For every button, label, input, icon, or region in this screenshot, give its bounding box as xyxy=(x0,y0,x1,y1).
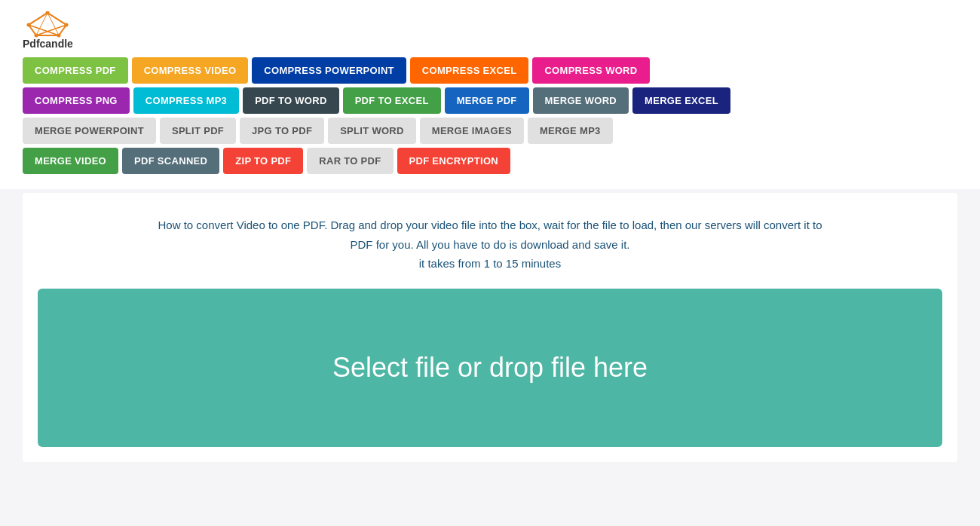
main-content: How to convert Video to one PDF. Drag an… xyxy=(23,193,957,462)
nav-button[interactable]: PDF TO WORD xyxy=(243,87,339,114)
nav-button[interactable]: COMPRESS MP3 xyxy=(133,87,239,114)
svg-point-10 xyxy=(35,34,38,38)
description-line2: PDF for you. All you have to do is downl… xyxy=(38,235,942,255)
header: Pdfcandle xyxy=(0,0,980,57)
nav-button[interactable]: MERGE MP3 xyxy=(528,118,613,144)
nav-button[interactable]: COMPRESS PDF xyxy=(23,57,128,84)
nav-button[interactable]: COMPRESS EXCEL xyxy=(410,57,529,84)
drop-zone-text: Select file or drop file here xyxy=(332,352,648,384)
drop-zone[interactable]: Select file or drop file here xyxy=(38,289,942,447)
nav-button[interactable]: COMPRESS PNG xyxy=(23,87,130,114)
nav-button[interactable]: COMPRESS POWERPOINT xyxy=(252,57,406,84)
nav-row-4: MERGE VIDEOPDF SCANNEDZIP TO PDFRAR TO P… xyxy=(23,148,957,174)
nav-button[interactable]: SPLIT PDF xyxy=(160,118,236,144)
nav-button[interactable]: MERGE PDF xyxy=(445,87,529,114)
nav-button[interactable]: PDF ENCRYPTION xyxy=(397,148,511,174)
description-line1: How to convert Video to one PDF. Drag an… xyxy=(38,216,942,235)
nav-button[interactable]: MERGE POWERPOINT xyxy=(23,118,156,144)
nav-button[interactable]: MERGE IMAGES xyxy=(420,118,524,144)
svg-point-8 xyxy=(65,23,69,27)
logo-text: Pdfcandle xyxy=(23,38,73,50)
nav-button[interactable]: ZIP TO PDF xyxy=(223,148,303,174)
nav-button[interactable]: RAR TO PDF xyxy=(307,148,393,174)
nav-button[interactable]: JPG TO PDF xyxy=(240,118,324,144)
nav-button[interactable]: SPLIT WORD xyxy=(328,118,416,144)
description-line3: it takes from 1 to 15 minutes xyxy=(38,254,942,274)
logo-icon xyxy=(25,11,70,38)
nav-button[interactable]: MERGE VIDEO xyxy=(23,148,118,174)
nav-button[interactable]: PDF SCANNED xyxy=(122,148,219,174)
nav-row-1: COMPRESS PDFCOMPRESS VIDEOCOMPRESS POWER… xyxy=(23,57,957,84)
svg-point-9 xyxy=(27,23,31,27)
nav-button[interactable]: COMPRESS VIDEO xyxy=(132,57,249,84)
nav-button[interactable]: MERGE WORD xyxy=(533,87,629,114)
nav-area: COMPRESS PDFCOMPRESS VIDEOCOMPRESS POWER… xyxy=(0,57,980,189)
nav-row-3: MERGE POWERPOINTSPLIT PDFJPG TO PDFSPLIT… xyxy=(23,118,957,144)
logo[interactable]: Pdfcandle xyxy=(23,11,73,50)
nav-button[interactable]: MERGE EXCEL xyxy=(632,87,730,114)
nav-row-2: COMPRESS PNGCOMPRESS MP3PDF TO WORDPDF T… xyxy=(23,87,957,114)
svg-point-11 xyxy=(57,34,61,38)
nav-button[interactable]: PDF TO EXCEL xyxy=(343,87,441,114)
nav-button[interactable]: COMPRESS WORD xyxy=(532,57,649,84)
description: How to convert Video to one PDF. Drag an… xyxy=(38,216,942,274)
